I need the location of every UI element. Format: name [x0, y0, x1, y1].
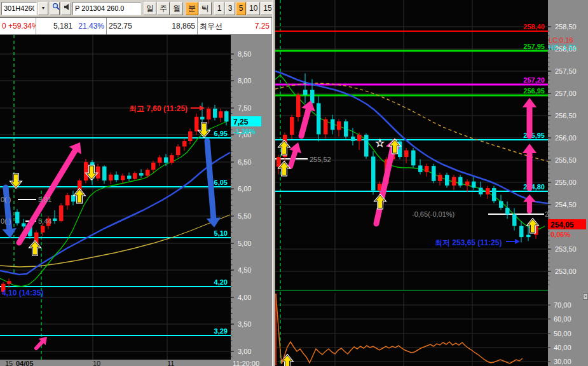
lchart-content: 6,956,055,104,203,29최고 7,60 (11:25)5,815… — [0, 35, 272, 360]
svg-text:255,00: 255,00 — [555, 179, 577, 186]
svg-text:5,81: 5,81 — [38, 196, 51, 203]
right-chart-panel: 258,40257,95257,20256,95255,95254,80255,… — [275, 0, 588, 366]
svg-text:-1,36%: -1,36% — [233, 128, 256, 135]
svg-text:8,50: 8,50 — [238, 50, 251, 58]
symbol-input[interactable] — [1, 2, 37, 15]
quote-value: 18,865 — [172, 22, 195, 30]
close-icon[interactable]: × — [583, 294, 588, 300]
svg-text:50,00: 50,00 — [554, 330, 571, 337]
svg-text:8,00: 8,00 — [238, 77, 251, 85]
svg-text:6,00: 6,00 — [238, 185, 251, 193]
quote-value: 252.75 — [109, 22, 172, 30]
svg-text:30,00: 30,00 — [554, 358, 571, 365]
svg-text:253,50: 253,50 — [555, 245, 577, 253]
svg-text:4,00: 4,00 — [238, 294, 251, 301]
svg-text:256,00: 256,00 — [555, 134, 577, 142]
left-chart-canvas[interactable]: 6,956,055,104,203,29최고 7,60 (11:25)5,815… — [0, 35, 272, 360]
time-label: 11 — [167, 360, 174, 366]
time-label: 10 — [93, 360, 100, 366]
svg-text:3,50: 3,50 — [238, 320, 251, 328]
svg-text:6,95: 6,95 — [214, 130, 228, 137]
svg-text:6,50: 6,50 — [238, 158, 251, 166]
time-label: 15 — [5, 360, 13, 366]
chevron-down-icon: ▼ — [41, 6, 46, 10]
svg-text:HC:-1,51: HC:-1,51 — [549, 44, 577, 51]
period-buttons: 일주월 — [144, 2, 183, 15]
interval-button-4[interactable]: 10 — [247, 2, 260, 15]
svg-text:258,40: 258,40 — [523, 23, 545, 30]
speaker-icon — [64, 4, 71, 13]
svg-text:4,10 (14:35): 4,10 (14:35) — [2, 288, 43, 297]
svg-text:-0,65(-0,01%): -0,65(-0,01%) — [412, 210, 455, 218]
svg-text:254,80: 254,80 — [523, 183, 545, 191]
svg-text:3,00: 3,00 — [238, 348, 251, 355]
svg-text:0,06%: 0,06% — [550, 231, 570, 238]
quote-cell-4: 최우선7.25 — [198, 18, 272, 34]
period-button-3[interactable]: 월 — [170, 2, 183, 15]
left-time-axis: 1504/05101111:20:00 — [0, 360, 272, 366]
svg-text:3,29: 3,29 — [214, 327, 228, 335]
left-chart-panel: ▼ ▼ 일주월 분틱 135101530 0 +59.34%5,18121.43… — [0, 0, 272, 366]
interval-button-1[interactable]: 1 — [214, 2, 224, 15]
interval-button-2[interactable]: 3 — [225, 2, 235, 15]
svg-text:2: 2 — [545, 210, 549, 218]
svg-text:258,50: 258,50 — [555, 23, 577, 30]
svg-text:0( ): 0( ) — [1, 196, 11, 203]
search-button[interactable] — [50, 2, 60, 15]
svg-text:4,50: 4,50 — [238, 266, 251, 274]
time-label: 04/05 — [16, 360, 34, 366]
svg-text:7,50: 7,50 — [238, 104, 251, 112]
type-button-2[interactable]: 틱 — [199, 2, 212, 15]
svg-text:0( ): 0( ) — [1, 217, 11, 225]
svg-text:60,00: 60,00 — [554, 315, 571, 323]
svg-text:253,00: 253,00 — [555, 268, 577, 275]
svg-text:최저 253,65 (11:25): 최저 253,65 (11:25) — [435, 238, 502, 247]
svg-text:257,20: 257,20 — [523, 76, 545, 84]
svg-text:40,00: 40,00 — [554, 344, 571, 351]
svg-text:257,00: 257,00 — [555, 90, 577, 97]
svg-text:254,05: 254,05 — [550, 220, 574, 229]
symbol-dropdown-button[interactable]: ▼ — [38, 2, 48, 15]
svg-text:5,50: 5,50 — [238, 212, 251, 220]
interval-button-3[interactable]: 5 — [236, 2, 246, 15]
search-icon — [52, 4, 60, 13]
trading-app-window: ▼ ▼ 일주월 분틱 135101530 0 +59.34%5,18121.43… — [0, 0, 588, 366]
svg-text:257,95: 257,95 — [523, 43, 545, 50]
quote-value: 7.25 — [255, 22, 270, 30]
quote-value: 0 +59.34% — [2, 22, 36, 30]
svg-text:257,50: 257,50 — [555, 67, 577, 75]
quote-value: 5,181 — [38, 22, 72, 30]
svg-text:LC:0,16: LC:0,16 — [549, 36, 573, 44]
quote-value: 21.43% — [72, 22, 104, 30]
svg-text:255,50: 255,50 — [555, 156, 577, 164]
svg-text:6,05: 6,05 — [214, 179, 228, 186]
svg-text:☆: ☆ — [375, 137, 385, 149]
corner-time-label: 11:20:00 — [233, 360, 259, 366]
svg-text:256,50: 256,50 — [555, 112, 577, 119]
toolbar: ▼ ▼ 일주월 분틱 135101530 — [0, 0, 272, 17]
svg-text:4,20: 4,20 — [214, 278, 228, 286]
sound-button[interactable]: ▼ — [61, 2, 71, 15]
chart-type-buttons: 분틱 — [186, 2, 212, 15]
svg-text:255,52: 255,52 — [310, 156, 331, 163]
svg-text:255,95: 255,95 — [523, 132, 545, 139]
quote-bar: 0 +59.34%5,18121.43%252.7518,865최우선7.25 — [0, 17, 272, 35]
quote-cell-1: 0 +59.34% — [0, 18, 36, 34]
svg-text:254,50: 254,50 — [555, 201, 577, 208]
quote-value: 최우선 — [200, 21, 255, 32]
contract-input[interactable] — [72, 2, 141, 15]
svg-text:5,10: 5,10 — [214, 229, 228, 237]
svg-text:5,44: 5,44 — [38, 217, 51, 225]
svg-text:7,25: 7,25 — [233, 118, 249, 126]
svg-text:최고 7,60 (11:25): 최고 7,60 (11:25) — [129, 104, 188, 113]
quote-cell-3: 252.7518,865 — [107, 18, 198, 34]
right-chart-canvas[interactable]: 258,40257,95257,20256,95255,95254,80255,… — [275, 0, 588, 366]
svg-text:5,00: 5,00 — [238, 240, 251, 247]
type-button-1[interactable]: 분 — [186, 2, 198, 15]
quote-cell-2: 5,18121.43% — [36, 18, 107, 34]
period-button-2[interactable]: 주 — [157, 2, 170, 15]
svg-text:70,00: 70,00 — [554, 301, 571, 309]
rchart-content: 258,40257,95257,20256,95255,95254,80255,… — [275, 0, 588, 366]
svg-text:256,95: 256,95 — [523, 87, 545, 95]
period-button-1[interactable]: 일 — [144, 2, 156, 15]
